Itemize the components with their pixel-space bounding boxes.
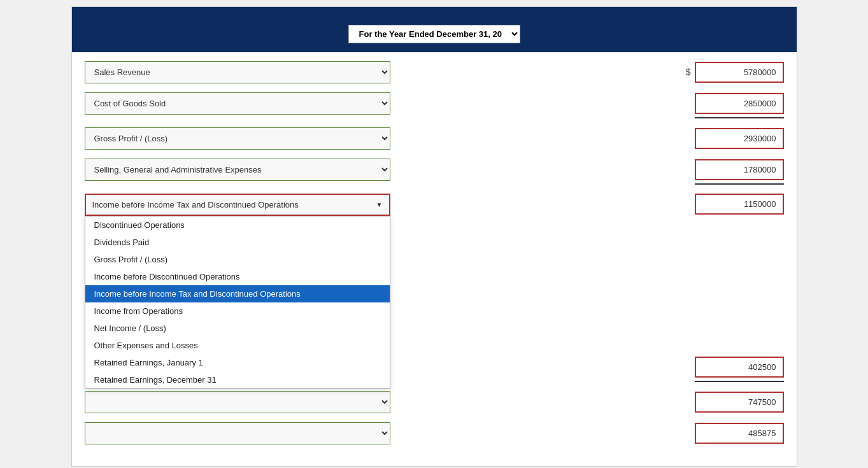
row2-right: 2850000: [695, 93, 784, 114]
dollar-sign: $: [686, 67, 691, 78]
header: For the Year Ended December 31, 2023: [72, 7, 797, 52]
row3-right: 2930000: [695, 128, 784, 149]
row4-right: 1780000: [695, 159, 784, 180]
sga-value: 1780000: [695, 159, 784, 180]
income-before-tax-dropdown-container: Income before Income Tax and Discontinue…: [85, 194, 390, 216]
cost-of-goods-select-wrap: Cost of Goods Sold: [85, 92, 390, 115]
main-container: For the Year Ended December 31, 2023 Sal…: [71, 6, 797, 467]
sales-revenue-select-wrap: Sales Revenue: [85, 61, 390, 83]
row1-right: $ 5780000: [686, 62, 784, 83]
content-area: Sales Revenue $ 5780000 Cost of Goods So…: [72, 52, 797, 466]
sales-revenue-select[interactable]: Sales Revenue: [85, 61, 390, 83]
row-747500-select-wrap: [85, 391, 390, 413]
chevron-down-icon: ▼: [376, 201, 383, 208]
dropdown-option-retained-jan[interactable]: Retained Earnings, January 1: [85, 354, 390, 371]
row-402500-right: 402500: [695, 357, 784, 378]
row-747500-right: 747500: [695, 392, 784, 413]
income-before-tax-row: Income before Income Tax and Discontinue…: [85, 194, 784, 216]
underline-2: [695, 183, 784, 185]
row-402500-value: 402500: [695, 357, 784, 378]
dropdown-option-dividends-paid[interactable]: Dividends Paid: [85, 234, 390, 251]
sales-revenue-row: Sales Revenue $ 5780000: [85, 61, 784, 83]
sales-revenue-value: 5780000: [695, 62, 784, 83]
row-485875-select[interactable]: [85, 422, 390, 444]
income-before-tax-trigger-label: Income before Income Tax and Discontinue…: [92, 200, 299, 209]
cost-of-goods-row: Cost of Goods Sold 2850000: [85, 92, 784, 115]
sga-select[interactable]: Selling, General and Administrative Expe…: [85, 159, 390, 181]
row-747500-select[interactable]: [85, 391, 390, 413]
income-before-tax-trigger[interactable]: Income before Income Tax and Discontinue…: [85, 194, 390, 216]
dropdown-option-retained-dec[interactable]: Retained Earnings, December 31: [85, 371, 390, 388]
period-dropdown-wrap: For the Year Ended December 31, 2023: [85, 25, 784, 43]
dropdown-option-income-from-ops[interactable]: Income from Operations: [85, 302, 390, 320]
row-485875-right: 485875: [695, 423, 784, 444]
row-485875-value: 485875: [695, 423, 784, 444]
dropdown-option-income-before-disc[interactable]: Income before Discontinued Operations: [85, 268, 390, 285]
sga-row: Selling, General and Administrative Expe…: [85, 159, 784, 181]
row5-right: 1150000: [695, 194, 784, 215]
row-485875: 485875: [85, 422, 784, 444]
gross-profit-row: Gross Profit / (Loss) 2930000: [85, 127, 784, 150]
dropdown-list: Discontinued Operations Dividends Paid G…: [85, 216, 390, 389]
cost-of-goods-value: 2850000: [695, 93, 784, 114]
gross-profit-select[interactable]: Gross Profit / (Loss): [85, 127, 390, 150]
period-dropdown[interactable]: For the Year Ended December 31, 2023: [348, 25, 520, 43]
gross-profit-value: 2930000: [695, 128, 784, 149]
dropdown-option-net-income[interactable]: Net Income / (Loss): [85, 320, 390, 337]
underline-3: [695, 381, 784, 382]
row-747500: 747500: [85, 391, 784, 413]
cost-of-goods-select[interactable]: Cost of Goods Sold: [85, 92, 390, 115]
underline-1: [695, 117, 784, 118]
dropdown-option-discontinued-ops[interactable]: Discontinued Operations: [85, 216, 390, 234]
row-485875-select-wrap: [85, 422, 390, 444]
income-before-tax-value: 1150000: [695, 194, 784, 215]
gross-profit-select-wrap: Gross Profit / (Loss): [85, 127, 390, 150]
dropdown-option-other-expenses[interactable]: Other Expenses and Losses: [85, 337, 390, 354]
sga-select-wrap: Selling, General and Administrative Expe…: [85, 159, 390, 181]
dropdown-option-gross-profit[interactable]: Gross Profit / (Loss): [85, 251, 390, 268]
dropdown-option-income-before-tax[interactable]: Income before Income Tax and Discontinue…: [85, 285, 390, 302]
row-747500-value: 747500: [695, 392, 784, 413]
